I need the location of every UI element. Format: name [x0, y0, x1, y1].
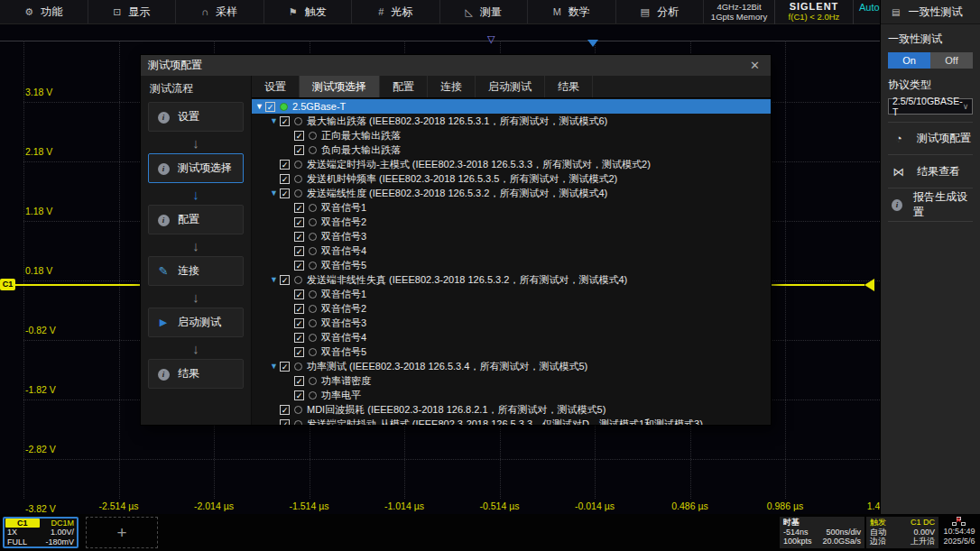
sidebar-item-info[interactable]: i报告生成设置	[888, 188, 973, 222]
checkbox[interactable]: ✓	[294, 131, 304, 141]
checkbox[interactable]: ✓	[294, 232, 304, 242]
status-circle-icon	[294, 363, 302, 371]
add-channel-button[interactable]: +	[86, 517, 158, 548]
flow-step[interactable]: ▶启动测试	[148, 308, 244, 337]
checkbox[interactable]: ✓	[280, 116, 290, 126]
checkbox[interactable]: ✓	[294, 390, 304, 400]
x-axis-label: 1.4	[867, 500, 880, 511]
acquisition-mode-badge[interactable]: Auto	[859, 2, 880, 13]
checkbox[interactable]: ✓	[294, 347, 304, 357]
trigger-delay-marker-icon[interactable]	[587, 40, 598, 47]
tree-item-label: 功率谱密度	[321, 374, 371, 388]
menu-item-acquire[interactable]: ∩采样	[176, 0, 264, 23]
checkbox[interactable]: ✓	[294, 318, 304, 328]
tab-测试项选择[interactable]: 测试项选择	[300, 76, 380, 97]
checkbox[interactable]: ✓	[294, 145, 304, 155]
tree-row[interactable]: ✓双音信号2	[252, 215, 771, 229]
tree-row[interactable]: ✓功率谱密度	[252, 373, 771, 388]
timebase-descriptor[interactable]: 时基 -514ns 500ns/div 100kpts 20.0GSa/s	[780, 517, 864, 548]
info-icon: i	[157, 110, 170, 124]
tree-row[interactable]: ▼✓发送端非线性失真 (IEEE802.3-2018 126.5.3.2，所有测…	[252, 272, 771, 287]
menu-item-cursor[interactable]: #光标	[352, 0, 440, 23]
brand-box: SIGLENT f(C1) < 2.0Hz	[774, 0, 854, 24]
tree-row[interactable]: ✓正向最大输出跌落	[252, 128, 771, 142]
protocol-type-dropdown[interactable]: 2.5/5/10GBASE-T ∨	[888, 98, 973, 115]
checkbox[interactable]: ✓	[280, 362, 290, 372]
expand-arrow-icon[interactable]: ▼	[268, 116, 280, 125]
tab-连接[interactable]: 连接	[428, 76, 476, 97]
tree-row[interactable]: ✓双音信号3	[252, 229, 771, 243]
menu-item-analysis[interactable]: ▤分析	[616, 0, 705, 23]
y-axis-label: -0.82 V	[25, 325, 56, 335]
tree-row[interactable]: ✓双音信号5	[252, 344, 771, 359]
flow-step[interactable]: ✎连接	[148, 256, 244, 286]
tree-row[interactable]: ✓双音信号4	[252, 330, 771, 344]
channel-c1-descriptor[interactable]: C1 DC1M 1X 1.00V/ FULL -180mV	[3, 517, 79, 548]
tree-row[interactable]: ▼✓功率测试 (IEEE802.3-2018 126.5.3.4，所有测试对，测…	[252, 359, 771, 373]
checkbox[interactable]: ✓	[280, 419, 290, 426]
sidebar-item-clock[interactable]: ◔测试项配置	[888, 122, 973, 155]
menu-item-math[interactable]: M数学	[528, 0, 616, 23]
tree-row[interactable]: ✓双音信号5	[252, 258, 771, 272]
tree-row[interactable]: ▼✓最大输出跌落 (IEEE802.3-2018 126.5.3.1，所有测试对…	[252, 114, 771, 128]
tree-row[interactable]: ✓发送端定时抖动-主模式 (IEEE802.3-2018 126.5.3.3，所…	[252, 157, 771, 171]
tree-row[interactable]: ✓MDI回波损耗 (IEEE802.3-2018 126.8.2.1，所有测试对…	[252, 402, 771, 417]
checkbox[interactable]: ✓	[265, 102, 275, 112]
checkbox[interactable]: ✓	[294, 203, 304, 213]
tree-row[interactable]: ✓负向最大输出跌落	[252, 142, 771, 157]
dialog-title-bar[interactable]: 测试项配置 ✕	[141, 55, 771, 76]
flow-step[interactable]: i结果	[148, 359, 244, 389]
checkbox[interactable]: ✓	[280, 174, 290, 184]
tree-row[interactable]: ✓双音信号3	[252, 316, 771, 330]
menu-item-flag[interactable]: ⚑触发	[264, 0, 353, 23]
flow-step[interactable]: i配置	[148, 205, 244, 234]
toggle-on-button[interactable]: On	[888, 52, 930, 69]
graticule-top-edge	[0, 41, 880, 41]
close-icon[interactable]: ✕	[746, 59, 763, 72]
trigger-descriptor[interactable]: 触发 C1 DC 自动 0.00V 边沿 上升沿	[866, 517, 938, 548]
trigger-position-marker-icon[interactable]: ▽	[487, 33, 495, 45]
checkbox[interactable]: ✓	[294, 246, 304, 256]
checkbox[interactable]: ✓	[294, 304, 304, 314]
expand-arrow-icon[interactable]: ▼	[254, 102, 265, 111]
sidebar-menu: ◔测试项配置⋈结果查看i报告生成设置	[888, 122, 973, 222]
checkbox[interactable]: ✓	[294, 333, 304, 343]
checkbox[interactable]: ✓	[294, 289, 304, 299]
test-enable-label: 一致性测试	[888, 32, 973, 47]
tree-row[interactable]: ▼✓2.5GBase-T	[252, 99, 771, 114]
menu-item-measure[interactable]: ◺测量	[440, 0, 529, 23]
tree-row[interactable]: ▼✓发送端线性度 (IEEE802.3-2018 126.5.3.2，所有测试对…	[252, 186, 771, 200]
sidebar-header[interactable]: ▤ 一致性测试	[881, 0, 980, 24]
sidebar-item-glasses[interactable]: ⋈结果查看	[888, 155, 973, 188]
flow-step[interactable]: i测试项选择	[148, 153, 244, 183]
checkbox[interactable]: ✓	[280, 405, 290, 415]
toggle-off-button[interactable]: Off	[930, 52, 973, 69]
tree-row[interactable]: ✓双音信号2	[252, 301, 771, 316]
x-axis-label: 0.486 µs	[671, 500, 708, 511]
trigger-level-arrow-icon[interactable]	[864, 279, 874, 291]
tab-结果[interactable]: 结果	[545, 76, 593, 97]
expand-arrow-icon[interactable]: ▼	[268, 188, 280, 197]
menu-item-display[interactable]: ⊡显示	[88, 0, 177, 23]
tree-row[interactable]: ✓发送端定时抖动-从模式 (IEEE802.3-2018 126.5.3.3，仅…	[252, 417, 771, 425]
checkbox[interactable]: ✓	[280, 160, 290, 170]
tab-启动测试[interactable]: 启动测试	[476, 76, 545, 97]
tab-设置[interactable]: 设置	[252, 76, 300, 97]
tree-row[interactable]: ✓双音信号4	[252, 243, 771, 258]
checkbox[interactable]: ✓	[280, 275, 290, 285]
checkbox[interactable]: ✓	[280, 188, 290, 198]
menu-item-gear[interactable]: ⚙功能	[0, 0, 88, 23]
tree-row[interactable]: ✓双音信号1	[252, 200, 771, 215]
checkbox[interactable]: ✓	[294, 261, 304, 271]
flow-arrow-icon: ↓	[148, 132, 244, 153]
expand-arrow-icon[interactable]: ▼	[268, 362, 280, 371]
expand-arrow-icon[interactable]: ▼	[268, 275, 280, 284]
tree-row[interactable]: ✓发送机时钟频率 (IEEE802.3-2018 126.5.3.5，所有测试对…	[252, 171, 771, 186]
tree-row[interactable]: ✓双音信号1	[252, 287, 771, 301]
checkbox[interactable]: ✓	[294, 217, 304, 227]
flow-step[interactable]: i设置	[148, 102, 244, 132]
tree-row[interactable]: ✓功率电平	[252, 388, 771, 402]
flow-arrow-icon: ↓	[148, 234, 244, 256]
tab-配置[interactable]: 配置	[380, 76, 428, 97]
checkbox[interactable]: ✓	[294, 376, 304, 386]
